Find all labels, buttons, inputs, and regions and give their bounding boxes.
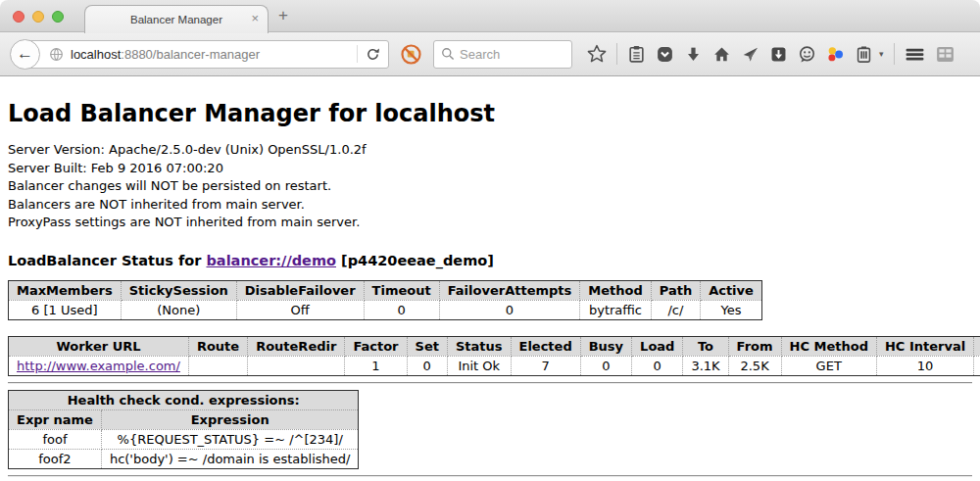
toolbar-divider: [894, 43, 895, 65]
col-from: From: [728, 336, 781, 356]
cell-set: 0: [407, 356, 447, 375]
col-expression: Expression: [101, 409, 359, 429]
table-header-row: MaxMembers StickySession DisableFailover…: [9, 280, 762, 300]
menu-hamburger-icon[interactable]: [905, 45, 925, 64]
traffic-lights: [13, 11, 64, 23]
balancer-status-heading: LoadBalancer Status for balancer://demo …: [8, 253, 972, 268]
cell-active: Yes: [701, 300, 762, 319]
cell-worker-url: http://www.example.com/: [9, 356, 189, 375]
home-icon[interactable]: [712, 45, 731, 64]
col-route: Route: [188, 336, 247, 356]
page-content: Load Balancer Manager for localhost Serv…: [0, 76, 980, 481]
server-built-line: Server Built: Feb 9 2016 07:00:20: [8, 160, 972, 178]
search-input[interactable]: [460, 47, 564, 62]
extension-download-box-icon[interactable]: [769, 45, 788, 64]
cell-busy: 0: [580, 356, 631, 375]
search-bar[interactable]: [433, 40, 572, 69]
col-expr-name: Expr name: [9, 409, 102, 429]
cell-failoverattempts: 0: [439, 300, 580, 319]
cell-from: 2.5K: [728, 356, 781, 375]
url-domain: localhost: [71, 47, 121, 62]
chat-smiley-icon[interactable]: [798, 45, 816, 64]
bookmarks-clipboard-icon[interactable]: [627, 45, 646, 64]
col-failoverattempts: FailoverAttempts: [439, 280, 580, 300]
cell-to: 3.1K: [683, 356, 728, 375]
col-to: To: [683, 336, 728, 356]
cell-expr-name: foof: [9, 429, 102, 449]
divider: [8, 382, 972, 384]
bookmark-star-icon[interactable]: [587, 44, 607, 64]
cell-factor: 1: [345, 356, 407, 375]
table-row: foof2 hc('body') =~ /domain is establish…: [9, 449, 359, 468]
table-header-row: Expr name Expression: [9, 409, 359, 429]
chevron-down-icon[interactable]: ▾: [879, 49, 884, 59]
col-busy: Busy: [580, 336, 631, 356]
page-title: Load Balancer Manager for localhost: [8, 100, 972, 127]
tab-title: Balancer Manager: [130, 14, 222, 25]
proxypass-note-line: ProxyPass settings are NOT inherited fro…: [8, 214, 972, 232]
health-check-table: Health check cond. expressions: Expr nam…: [8, 390, 359, 469]
cell-route: [188, 356, 247, 375]
reload-icon[interactable]: [366, 47, 380, 62]
cell-elected: 7: [511, 356, 580, 375]
col-disablefailover: DisableFailover: [236, 280, 364, 300]
cell-method: bytraffic: [580, 300, 651, 319]
table-row: http://www.example.com/ 1 0 Init Ok 7 0 …: [9, 356, 980, 375]
col-passes: Passes: [974, 336, 980, 356]
worker-url-link[interactable]: http://www.example.com/: [17, 359, 180, 373]
close-window-button[interactable]: [13, 11, 24, 23]
table-row: foof %{REQUEST_STATUS} =~ /^[234]/: [9, 429, 359, 449]
server-version-line: Server Version: Apache/2.5.0-dev (Unix) …: [8, 141, 972, 160]
cell-routeredir: [248, 356, 345, 375]
cell-stickysession: (None): [121, 300, 236, 319]
plugin-blocked-icon[interactable]: [400, 43, 422, 66]
cell-path: /c/: [651, 300, 700, 319]
downloads-icon[interactable]: [684, 45, 703, 64]
col-factor: Factor: [345, 336, 407, 356]
toolbar-divider: [616, 43, 617, 65]
toolbar-actions: ▾: [587, 43, 956, 65]
balancer-demo-link[interactable]: balancer://demo: [206, 253, 336, 268]
cell-load: 0: [632, 356, 683, 375]
col-method: Method: [580, 280, 651, 300]
pocket-icon[interactable]: [656, 45, 674, 64]
globe-icon: [49, 47, 64, 62]
status-suffix: [p4420eeae_demo]: [336, 253, 494, 268]
table-header-row: Worker URL Route RouteRedir Factor Set S…: [9, 336, 980, 356]
urlbar-divider: [357, 45, 358, 63]
new-tab-button[interactable]: +: [278, 6, 288, 25]
battery-extension-icon[interactable]: [855, 45, 873, 64]
col-status: Status: [447, 336, 511, 356]
tab-balancer-manager[interactable]: Balancer Manager ×: [84, 5, 269, 33]
inherit-note-line: Balancers are NOT inherited from main se…: [8, 196, 972, 215]
zoom-window-button[interactable]: [52, 11, 64, 23]
minimize-window-button[interactable]: [32, 11, 44, 23]
col-maxmembers: MaxMembers: [9, 280, 122, 300]
grid-extension-icon[interactable]: [935, 45, 956, 64]
cell-hc-interval: 10: [876, 356, 973, 375]
col-path: Path: [651, 280, 700, 300]
browser-window: Balancer Manager × + ← localhost:8880/ba…: [0, 0, 980, 481]
cell-maxmembers: 6 [1 Used]: [9, 300, 122, 319]
col-elected: Elected: [511, 336, 580, 356]
tab-close-icon[interactable]: ×: [251, 12, 259, 24]
cell-expression: %{REQUEST_STATUS} =~ /^[234]/: [101, 429, 359, 449]
url-bar[interactable]: localhost:8880/balancer-manager: [24, 40, 389, 69]
color-dots-extension-icon[interactable]: [826, 45, 845, 64]
col-active: Active: [701, 280, 762, 300]
col-set: Set: [407, 336, 447, 356]
health-table-title: Health check cond. expressions:: [9, 390, 359, 409]
worker-status-table: Worker URL Route RouteRedir Factor Set S…: [8, 336, 980, 376]
back-button[interactable]: ←: [10, 39, 40, 70]
status-prefix: LoadBalancer Status for: [8, 253, 206, 268]
server-info: Server Version: Apache/2.5.0-dev (Unix) …: [8, 141, 972, 232]
balancer-settings-table: MaxMembers StickySession DisableFailover…: [8, 280, 762, 320]
col-stickysession: StickySession: [121, 280, 236, 300]
col-timeout: Timeout: [364, 280, 439, 300]
cell-hc-method: GET: [781, 356, 876, 375]
persist-note-line: Balancer changes will NOT be persisted o…: [8, 177, 972, 196]
col-hc-method: HC Method: [781, 336, 876, 356]
search-icon: [441, 47, 455, 61]
send-plane-icon[interactable]: [741, 45, 760, 64]
cell-expr-name: foof2: [9, 449, 102, 468]
